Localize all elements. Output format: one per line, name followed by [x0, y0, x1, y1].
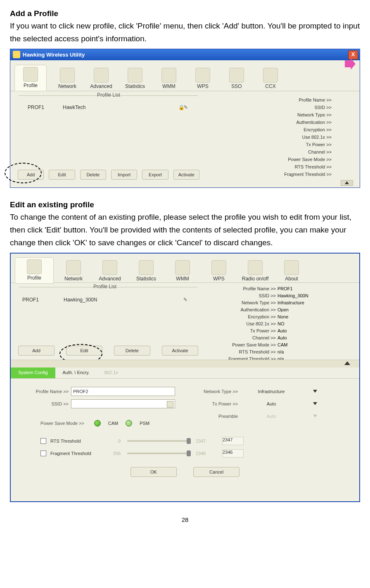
frag-label: Fragment Threshold: [50, 451, 104, 456]
profile-details-panel: Profile Name >> SSID >> Network Type >> …: [202, 91, 360, 182]
network-icon: [60, 68, 75, 83]
chevron-down-icon[interactable]: [313, 402, 317, 405]
tab-advanced[interactable]: Advanced: [88, 68, 114, 89]
profile-list-panel: Profile List PROF1 Hawking_300N ✎ Add Ed…: [11, 283, 202, 360]
tab-profile[interactable]: Profile: [15, 257, 54, 284]
delete-button[interactable]: Delete: [80, 170, 106, 180]
tab-auth-encry[interactable]: Auth. \ Encry.: [55, 368, 97, 378]
tab-profile[interactable]: Profile: [14, 65, 47, 91]
rts-checkbox[interactable]: [40, 438, 46, 444]
add-button[interactable]: Add: [18, 346, 55, 356]
add-button[interactable]: Add: [18, 170, 44, 180]
edit-button[interactable]: Edit: [66, 346, 102, 356]
collapse-bar[interactable]: [11, 360, 359, 368]
lock-icon: 🔒✎: [178, 104, 187, 110]
system-config-form: Profile Name >> PROF2 SSID >> Network Ty…: [11, 379, 359, 507]
ssid-dropdown[interactable]: [71, 399, 175, 408]
window-titlebar: Hawking Wireless Utility X: [10, 49, 360, 60]
preamble-label: Preamble: [192, 414, 240, 419]
import-button[interactable]: Import: [111, 170, 137, 180]
main-toolbar: Profile Network Advanced Statistics WMM …: [10, 60, 360, 91]
page-number: 28: [10, 516, 360, 523]
tab-wmm[interactable]: WMM: [166, 260, 199, 282]
close-icon[interactable]: X: [348, 50, 358, 59]
frag-value-box[interactable]: 2346: [222, 449, 244, 458]
frag-min: 256: [108, 451, 121, 456]
frag-max: 2346: [196, 451, 210, 456]
profile-name-input[interactable]: PROF2: [71, 387, 175, 396]
radio-psm-label: PSM: [140, 421, 149, 426]
wmm-icon: [161, 68, 176, 83]
sso-icon: [229, 68, 244, 83]
profile-list-title: Profile List: [93, 284, 116, 289]
radio-cam[interactable]: [94, 420, 101, 427]
profile-list-title: Profile List: [97, 92, 120, 98]
tab-network[interactable]: Network: [57, 260, 90, 282]
profile-row[interactable]: PROF1 HawkTech 🔒✎: [16, 104, 202, 110]
tab-wps[interactable]: WPS: [202, 260, 235, 282]
ssid-label: SSID >>: [20, 401, 71, 406]
delete-button[interactable]: Delete: [114, 346, 150, 356]
tab-8021x: 802.1x: [97, 368, 126, 378]
advanced-icon: [94, 68, 109, 83]
export-button[interactable]: Export: [142, 170, 168, 180]
rts-min: 0: [108, 439, 121, 443]
wmm-icon: [175, 260, 190, 275]
chevron-up-icon: [344, 361, 350, 365]
tab-system-config[interactable]: System Config: [11, 368, 55, 378]
tab-ccx[interactable]: CCX: [257, 68, 284, 89]
network-icon: [66, 260, 81, 275]
network-type-label: Network Type >>: [192, 389, 240, 394]
activate-button[interactable]: Activate: [162, 346, 198, 356]
screenshot-edit-profile: Profile Network Advanced Statistics WMM …: [10, 253, 360, 502]
psm-label: Power Save Mode >>: [40, 421, 87, 426]
radio-cam-label: CAM: [108, 421, 118, 426]
tab-advanced[interactable]: Advanced: [93, 260, 126, 282]
tab-network[interactable]: Network: [54, 68, 81, 89]
profile-button-row: Add Edit Delete Activate: [18, 346, 197, 356]
heading-edit-profile: Edit an existing profile: [10, 200, 360, 209]
edit-button[interactable]: Edit: [49, 170, 75, 180]
network-type-value[interactable]: Infrastructure: [240, 389, 302, 394]
profile-ssid-cell: Hawking_300N: [64, 297, 97, 303]
main-toolbar: Profile Network Advanced Statistics WMM …: [11, 254, 359, 283]
window-title: Hawking Wireless Utility: [23, 52, 85, 58]
rts-max: 2347: [196, 439, 210, 443]
chevron-down-icon[interactable]: [313, 390, 317, 393]
wps-icon: [211, 260, 226, 275]
profile-name-label: Profile Name >>: [20, 389, 71, 394]
screenshot-add-profile: Hawking Wireless Utility X Profile Netwo…: [10, 49, 360, 188]
radio-icon: [248, 260, 263, 275]
profile-name-cell: PROF1: [22, 297, 39, 303]
tab-sso[interactable]: SSO: [223, 68, 250, 89]
frag-checkbox[interactable]: [40, 450, 46, 456]
activate-button[interactable]: Activate: [173, 170, 199, 180]
chevron-down-icon: [313, 415, 317, 417]
tab-wps[interactable]: WPS: [190, 68, 216, 89]
profile-name-cell: PROF1: [28, 104, 44, 110]
statistics-icon: [128, 68, 142, 83]
statistics-icon: [139, 260, 154, 275]
advanced-icon: [102, 260, 117, 275]
radio-psm[interactable]: [126, 420, 132, 427]
para-add-profile: If you want to click new profile, click …: [10, 19, 360, 45]
profile-row[interactable]: PROF1 Hawking_300N ✎: [17, 297, 202, 303]
tab-radio[interactable]: Radio on/off: [239, 260, 272, 282]
profile-icon: [27, 259, 42, 274]
expand-toggle[interactable]: [341, 180, 353, 186]
para-edit-profile: To change the content of an existing pro…: [10, 211, 360, 249]
ok-button[interactable]: OK: [130, 467, 177, 477]
profile-icon: [23, 67, 38, 82]
tab-statistics[interactable]: Statistics: [122, 68, 148, 89]
tab-statistics[interactable]: Statistics: [130, 260, 163, 282]
profile-list-panel: Profile List PROF1 HawkTech 🔒✎ Add Edit …: [10, 91, 202, 182]
wps-icon: [195, 68, 210, 83]
edit-icon: ✎: [183, 297, 187, 303]
tab-wmm[interactable]: WMM: [156, 68, 182, 89]
tab-about[interactable]: About: [275, 260, 308, 282]
rts-slider[interactable]: [127, 440, 189, 442]
rts-value-box[interactable]: 2347: [222, 437, 244, 445]
tx-power-value[interactable]: Auto: [240, 401, 302, 406]
cancel-button[interactable]: Cancel: [193, 467, 240, 477]
frag-slider[interactable]: [127, 453, 189, 454]
